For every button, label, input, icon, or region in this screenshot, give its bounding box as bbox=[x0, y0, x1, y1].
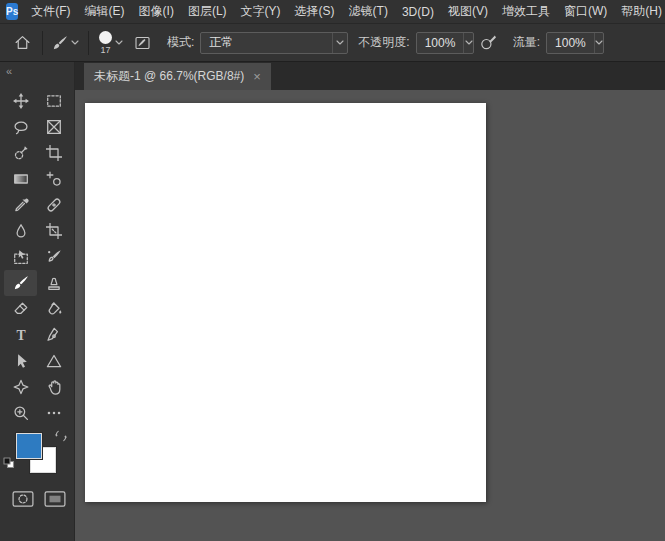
flow-select[interactable]: 100% bbox=[546, 32, 604, 54]
tool-path-selection[interactable] bbox=[4, 348, 37, 374]
menu-item-layer[interactable]: 图层(L) bbox=[181, 0, 234, 23]
object-selection-icon bbox=[13, 249, 29, 265]
quick-selection-icon bbox=[13, 145, 29, 161]
count-icon bbox=[46, 171, 62, 187]
mixer-brush-icon bbox=[46, 249, 62, 265]
tab-close-button[interactable]: × bbox=[253, 70, 261, 83]
tool-count[interactable] bbox=[37, 166, 70, 192]
paint-bucket-icon bbox=[46, 301, 62, 317]
gradient-icon bbox=[13, 171, 29, 187]
tool-paint-bucket[interactable] bbox=[37, 296, 70, 322]
tool-perspective-crop[interactable] bbox=[37, 218, 70, 244]
blur-icon bbox=[13, 223, 29, 239]
options-bar: 17 模式: 正常 不透明度: 100% bbox=[0, 24, 665, 62]
chevron-down-icon bbox=[594, 33, 603, 53]
home-icon bbox=[14, 34, 31, 51]
quick-mask-button[interactable] bbox=[12, 490, 34, 508]
menu-item-view[interactable]: 视图(V) bbox=[441, 0, 495, 23]
tool-rectangular-marquee[interactable] bbox=[37, 88, 70, 114]
tool-eraser[interactable] bbox=[4, 296, 37, 322]
menu-item-file[interactable]: 文件(F) bbox=[24, 0, 77, 23]
document-tab[interactable]: 未标题-1 @ 66.7%(RGB/8#) × bbox=[84, 63, 271, 90]
tool-object-selection[interactable] bbox=[4, 244, 37, 270]
default-colors-button[interactable] bbox=[3, 457, 15, 469]
frame-icon bbox=[46, 119, 62, 135]
default-colors-icon bbox=[3, 457, 15, 469]
menu-item-type[interactable]: 文字(Y) bbox=[234, 0, 288, 23]
tool-triangle-shape[interactable] bbox=[37, 348, 70, 374]
menu-item-select[interactable]: 选择(S) bbox=[288, 0, 342, 23]
menu-item-help[interactable]: 帮助(H) bbox=[614, 0, 665, 23]
tool-clone-stamp[interactable] bbox=[37, 270, 70, 296]
brush-size-value: 17 bbox=[100, 45, 110, 55]
tool-bar: « T bbox=[0, 62, 75, 541]
tool-eyedropper[interactable] bbox=[4, 192, 37, 218]
blend-mode-value: 正常 bbox=[201, 34, 332, 51]
path-selection-icon bbox=[13, 353, 29, 369]
eraser-icon bbox=[13, 301, 29, 317]
canvas-area[interactable] bbox=[75, 90, 665, 541]
tool-hand[interactable] bbox=[37, 374, 70, 400]
tool-spot-healing-brush[interactable] bbox=[37, 192, 70, 218]
menu-item-filter[interactable]: 滤镜(T) bbox=[342, 0, 395, 23]
chevron-down-icon bbox=[115, 40, 123, 46]
tool-lasso[interactable] bbox=[4, 114, 37, 140]
tool-frame[interactable] bbox=[37, 114, 70, 140]
quick-mask-icon bbox=[12, 490, 34, 508]
toolbar-collapse-button[interactable]: « bbox=[6, 65, 12, 77]
separator bbox=[88, 31, 89, 55]
zoom-icon bbox=[13, 405, 29, 421]
triangle-shape-icon bbox=[46, 353, 62, 369]
tool-preset-picker[interactable] bbox=[48, 33, 83, 53]
menu-item-window[interactable]: 窗口(W) bbox=[557, 0, 614, 23]
rectangular-marquee-icon bbox=[46, 93, 62, 109]
tool-more-tools[interactable] bbox=[37, 400, 70, 426]
canvas[interactable] bbox=[85, 103, 486, 502]
more-tools-icon bbox=[46, 405, 62, 421]
spot-healing-brush-icon bbox=[46, 197, 62, 213]
lasso-icon bbox=[13, 119, 29, 135]
toolbar-bottom bbox=[0, 482, 74, 508]
blend-mode-select[interactable]: 正常 bbox=[200, 32, 348, 54]
flow-value: 100% bbox=[547, 36, 594, 50]
tool-gradient[interactable] bbox=[4, 166, 37, 192]
tool-quick-selection[interactable] bbox=[4, 140, 37, 166]
brush-preset-picker[interactable]: 17 bbox=[94, 31, 128, 55]
opacity-value: 100% bbox=[417, 36, 464, 50]
custom-shape-icon bbox=[13, 379, 29, 395]
screen-mode-button[interactable] bbox=[44, 490, 66, 508]
separator bbox=[42, 31, 43, 55]
tool-mixer-brush[interactable] bbox=[37, 244, 70, 270]
menu-item-plugins[interactable]: 增效工具 bbox=[495, 0, 557, 23]
menu-bar: Ps 文件(F)编辑(E)图像(I)图层(L)文字(Y)选择(S)滤镜(T)3D… bbox=[0, 0, 665, 24]
move-icon bbox=[13, 93, 29, 109]
tool-brush[interactable] bbox=[4, 270, 37, 296]
home-button[interactable] bbox=[8, 34, 37, 51]
foreground-color-swatch[interactable] bbox=[16, 433, 42, 459]
tool-pen[interactable] bbox=[37, 322, 70, 348]
hand-icon bbox=[46, 379, 62, 395]
toggle-brush-settings-button[interactable] bbox=[128, 35, 157, 51]
crop-icon bbox=[46, 145, 62, 161]
color-swatches bbox=[0, 430, 74, 482]
flow-label: 流量: bbox=[513, 34, 540, 51]
tool-move[interactable] bbox=[4, 88, 37, 114]
brush-tool-icon bbox=[52, 35, 68, 51]
pen-icon bbox=[46, 327, 62, 343]
tool-crop[interactable] bbox=[37, 140, 70, 166]
menu-item-edit[interactable]: 编辑(E) bbox=[78, 0, 132, 23]
tool-type[interactable]: T bbox=[4, 322, 37, 348]
photoshop-window: Ps 文件(F)编辑(E)图像(I)图层(L)文字(Y)选择(S)滤镜(T)3D… bbox=[0, 0, 665, 541]
tool-grid: T bbox=[0, 88, 74, 426]
swap-colors-button[interactable] bbox=[55, 430, 67, 442]
menu-item-3d[interactable]: 3D(D) bbox=[395, 0, 441, 23]
document-tab-bar: 未标题-1 @ 66.7%(RGB/8#) × bbox=[75, 62, 665, 90]
tool-zoom[interactable] bbox=[4, 400, 37, 426]
menu-item-image[interactable]: 图像(I) bbox=[132, 0, 181, 23]
document-tab-title: 未标题-1 @ 66.7%(RGB/8#) bbox=[94, 68, 244, 85]
tool-blur[interactable] bbox=[4, 218, 37, 244]
screen-mode-icon bbox=[44, 490, 66, 508]
opacity-select[interactable]: 100% bbox=[416, 32, 474, 54]
pressure-opacity-toggle[interactable] bbox=[474, 34, 503, 51]
tool-custom-shape[interactable] bbox=[4, 374, 37, 400]
